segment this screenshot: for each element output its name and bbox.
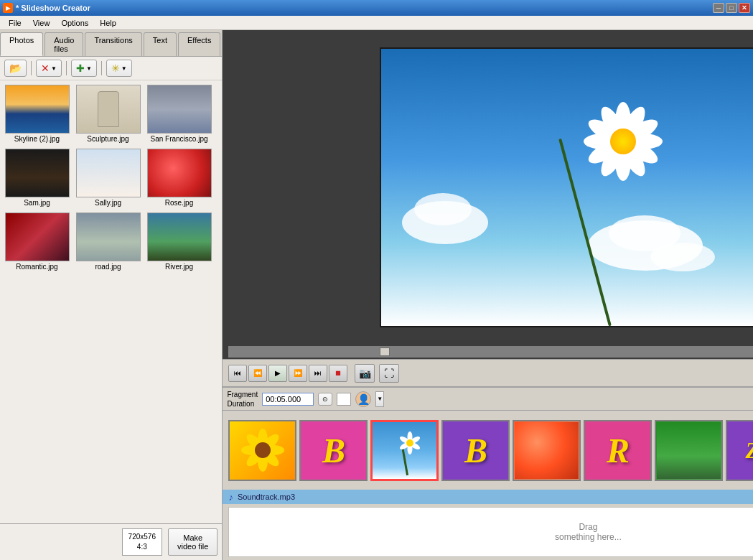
timeline-item-bold-b-pink[interactable]: B <box>299 420 368 481</box>
daisy-center <box>610 129 636 154</box>
fragment-picker-button[interactable]: ⊙ <box>318 393 332 406</box>
photo-thumb-romantic <box>5 213 70 261</box>
delete-button[interactable]: ✕ ▼ <box>36 60 62 77</box>
photo-item-river[interactable]: River.jpg <box>145 211 213 272</box>
menu-bar: File View Options Help <box>0 16 753 30</box>
timeline-scroll: B <box>223 411 753 490</box>
tab-photos[interactable]: Photos <box>0 32 43 56</box>
fullscreen-button[interactable]: ⛶ <box>379 364 399 383</box>
tl-daisy-flower <box>397 430 423 456</box>
photo-thumb-sanfran <box>147 85 212 134</box>
seek-handle[interactable] <box>380 347 390 356</box>
left-bottom: 720x576 4:3 Makevideo file <box>0 523 222 560</box>
tabs: Photos Audio files Transitions Text Effe… <box>0 30 222 57</box>
avatar-icon: 👤 <box>355 391 371 407</box>
photo-label-skyline: Skyline (2).jpg <box>14 135 60 143</box>
tab-text[interactable]: Text <box>144 32 177 56</box>
screenshot-button[interactable]: 📷 <box>355 364 375 383</box>
title-bar: ▶ * Slideshow Creator ─ □ ✕ <box>0 0 753 16</box>
photo-item-sculpture[interactable]: Sculpture.jpg <box>74 83 142 144</box>
timeline-rose-graphic <box>515 422 579 479</box>
video-ratio: 4:3 <box>128 542 156 552</box>
fragment-bar: Fragment Duration ⊙ 👤 ▼ 💾 ↩ ✂ ⧉ 📋 ✕ T ✔ <box>223 388 753 411</box>
delete-dropdown[interactable]: ▼ <box>51 65 57 72</box>
add-button[interactable]: ✚ ▼ <box>71 60 97 77</box>
photo-item-romantic[interactable]: Romantic.jpg <box>3 211 71 272</box>
photo-thumb-rose <box>147 149 212 197</box>
fragment-duration-input[interactable] <box>262 393 314 406</box>
right-panel: ⏮ ⏪ ▶ ⏩ ⏭ ⏹ 📷 ⛶ 7.0 s / 33.0 s Fragment … <box>223 30 753 560</box>
title-bar-controls: ─ □ ✕ <box>713 3 750 13</box>
video-size-badge: 720x576 4:3 <box>122 528 162 556</box>
menu-help[interactable]: Help <box>94 17 122 29</box>
photo-grid: Skyline (2).jpg Sculpture.jpg San Franci… <box>0 80 222 523</box>
minimize-button[interactable]: ─ <box>713 3 724 13</box>
photo-label-road: road.jpg <box>95 263 121 271</box>
play-button[interactable]: ▶ <box>268 365 287 382</box>
fast-forward-button[interactable]: ⏩ <box>289 365 307 382</box>
left-panel: Photos Audio files Transitions Text Effe… <box>0 30 223 560</box>
make-video-button[interactable]: Makevideo file <box>168 528 218 556</box>
drag-area[interactable]: Dragsomething here... <box>228 507 753 557</box>
close-button[interactable]: ✕ <box>739 3 750 13</box>
photo-thumb-sculpture <box>76 85 141 134</box>
skip-to-start-button[interactable]: ⏮ <box>228 365 247 382</box>
photo-item-sam[interactable]: Sam.jpg <box>3 147 71 208</box>
timeline-item-bold-ze[interactable]: ZE <box>726 420 753 481</box>
rotate-button[interactable]: ✳ ▼ <box>106 60 132 77</box>
tab-audio-files[interactable]: Audio files <box>45 32 83 56</box>
photo-item-road[interactable]: road.jpg <box>74 211 142 272</box>
photo-item-sanfran[interactable]: San Francisco.jpg <box>145 83 213 144</box>
photo-item-rose[interactable]: Rose.jpg <box>145 147 213 208</box>
soundtrack-bar: ♪ Soundtrack.mp3 <box>223 490 753 504</box>
timeline-item-rose-orange[interactable] <box>513 420 581 481</box>
toolbar-separator-2 <box>66 61 67 75</box>
photo-item-skyline[interactable]: Skyline (2).jpg <box>3 83 71 144</box>
preview-area <box>223 30 753 345</box>
rotate-dropdown[interactable]: ▼ <box>121 65 127 72</box>
photo-label-sculpture: Sculpture.jpg <box>87 135 128 143</box>
timeline: B <box>223 411 753 490</box>
skip-to-end-button[interactable]: ⏭ <box>309 365 327 382</box>
tab-transitions[interactable]: Transitions <box>85 32 141 56</box>
timeline-item-sunflower[interactable] <box>228 420 296 481</box>
drag-area-text: Dragsomething here... <box>555 522 622 542</box>
photo-thumb-river <box>147 213 212 261</box>
tl-daisy-center <box>406 439 413 447</box>
seek-bar[interactable] <box>228 346 753 358</box>
rewind-button[interactable]: ⏪ <box>248 365 267 382</box>
timeline-item-daisy[interactable] <box>370 420 439 481</box>
photo-thumb-sally <box>76 149 141 197</box>
timeline-item-bold-b-purple[interactable]: B <box>441 420 510 481</box>
rotate-icon: ✳ <box>111 62 120 74</box>
music-note-icon: ♪ <box>228 492 233 503</box>
avatar-dropdown[interactable]: ▼ <box>375 391 384 407</box>
open-button[interactable]: 📂 <box>4 60 27 77</box>
title-bar-left: ▶ * Slideshow Creator <box>3 3 90 13</box>
timeline-item-bold-r[interactable]: R <box>584 420 652 481</box>
add-dropdown[interactable]: ▼ <box>86 65 92 72</box>
photo-label-sally: Sally.jpg <box>95 199 121 207</box>
preview-frame <box>380 47 753 327</box>
delete-icon: ✕ <box>41 62 50 74</box>
soundtrack-filename: Soundtrack.mp3 <box>238 493 295 501</box>
bottom-section: Fragment Duration ⊙ 👤 ▼ 💾 ↩ ✂ ⧉ 📋 ✕ T ✔ <box>223 386 753 560</box>
menu-options[interactable]: Options <box>55 17 94 29</box>
timeline-item-green[interactable] <box>655 420 723 481</box>
timeline-letter-ze: ZE <box>745 437 753 464</box>
main-layout: Photos Audio files Transitions Text Effe… <box>0 30 753 560</box>
folder-icon: 📂 <box>9 62 22 74</box>
menu-view[interactable]: View <box>27 17 56 29</box>
photo-label-romantic: Romantic.jpg <box>16 263 57 271</box>
tab-effects[interactable]: Effects <box>178 32 220 56</box>
toolbar-separator-3 <box>101 61 102 75</box>
timeline-letter-r: R <box>607 431 630 470</box>
photo-thumb-sam <box>5 149 70 197</box>
photo-item-sally[interactable]: Sally.jpg <box>74 147 142 208</box>
photo-thumb-skyline <box>5 85 70 134</box>
menu-file[interactable]: File <box>3 17 27 29</box>
fragment-checkbox[interactable] <box>337 393 351 406</box>
maximize-button[interactable]: □ <box>726 3 737 13</box>
stop-button[interactable]: ⏹ <box>329 365 347 382</box>
photo-label-sanfran: San Francisco.jpg <box>150 135 207 143</box>
